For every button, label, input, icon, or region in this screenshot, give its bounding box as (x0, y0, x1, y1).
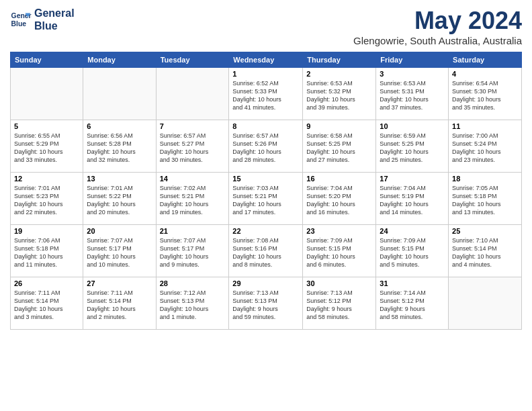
day-number: 29 (232, 279, 299, 287)
day-number: 12 (14, 175, 79, 183)
day-number: 20 (87, 227, 152, 235)
day-info: Sunrise: 7:05 AM (452, 184, 518, 192)
day-info: Daylight: 10 hours (306, 200, 372, 208)
day-number: 1 (232, 70, 299, 78)
table-row: 26Sunrise: 7:11 AMSunset: 5:14 PMDayligh… (11, 277, 83, 330)
day-info: and 35 minutes. (452, 103, 518, 111)
day-info: Daylight: 10 hours (380, 148, 445, 156)
table-row: 3Sunrise: 6:53 AMSunset: 5:31 PMDaylight… (376, 68, 449, 120)
col-sunday: Sunday (11, 52, 83, 68)
table-row: 8Sunrise: 6:57 AMSunset: 5:26 PMDaylight… (229, 120, 303, 173)
day-info: Daylight: 9 hours (306, 305, 372, 313)
day-info: and 3 minutes. (14, 313, 79, 321)
day-info: Sunrise: 6:57 AM (160, 132, 226, 140)
table-row (11, 68, 83, 120)
table-row: 10Sunrise: 6:59 AMSunset: 5:25 PMDayligh… (376, 120, 449, 173)
day-number: 9 (306, 122, 372, 130)
day-info: Sunset: 5:16 PM (232, 244, 299, 253)
col-friday: Friday (376, 52, 449, 68)
day-info: Daylight: 10 hours (87, 200, 152, 208)
day-number: 24 (380, 227, 445, 235)
table-row: 27Sunrise: 7:11 AMSunset: 5:14 PMDayligh… (83, 277, 156, 330)
day-info: and 9 minutes. (160, 261, 226, 269)
day-info: and 10 minutes. (87, 261, 152, 269)
day-info: Daylight: 10 hours (14, 305, 79, 313)
table-row: 16Sunrise: 7:04 AMSunset: 5:20 PMDayligh… (303, 173, 376, 225)
table-row: 6Sunrise: 6:56 AMSunset: 5:28 PMDaylight… (83, 120, 156, 173)
table-row: 11Sunrise: 7:00 AMSunset: 5:24 PMDayligh… (449, 120, 522, 173)
day-info: Sunset: 5:17 PM (160, 244, 226, 253)
day-info: Daylight: 9 hours (380, 305, 445, 313)
day-info: and 13 minutes. (452, 208, 518, 216)
day-info: and 27 minutes. (306, 156, 372, 164)
day-number: 15 (232, 175, 299, 183)
day-info: and 6 minutes. (306, 261, 372, 269)
calendar: Sunday Monday Tuesday Wednesday Thursday… (10, 52, 522, 330)
day-number: 27 (87, 279, 152, 287)
table-row: 31Sunrise: 7:14 AMSunset: 5:12 PMDayligh… (376, 277, 449, 330)
day-info: Daylight: 10 hours (232, 200, 299, 208)
table-row: 7Sunrise: 6:57 AMSunset: 5:27 PMDaylight… (156, 120, 229, 173)
day-info: Daylight: 10 hours (87, 305, 152, 313)
day-info: and 22 minutes. (14, 208, 79, 216)
day-info: Sunset: 5:28 PM (87, 140, 152, 148)
table-row: 13Sunrise: 7:01 AMSunset: 5:22 PMDayligh… (83, 173, 156, 225)
day-info: and 58 minutes. (306, 313, 372, 321)
table-row: 15Sunrise: 7:03 AMSunset: 5:21 PMDayligh… (229, 173, 303, 225)
day-info: Daylight: 10 hours (452, 148, 518, 156)
page: General Blue General Blue May 2024 Gleng… (0, 0, 532, 411)
day-info: Sunset: 5:30 PM (452, 87, 518, 95)
calendar-header-row: Sunday Monday Tuesday Wednesday Thursday… (11, 52, 522, 68)
title-section: May 2024 Glengowrie, South Australia, Au… (353, 7, 522, 46)
day-info: Sunrise: 7:12 AM (160, 289, 226, 297)
day-number: 30 (306, 279, 372, 287)
day-info: Daylight: 10 hours (380, 253, 445, 261)
day-number: 26 (14, 279, 79, 287)
day-info: Daylight: 10 hours (160, 200, 226, 208)
day-info: Sunrise: 7:13 AM (232, 289, 299, 297)
day-info: Sunrise: 7:01 AM (87, 184, 152, 192)
day-info: Daylight: 10 hours (87, 148, 152, 156)
day-info: Sunset: 5:32 PM (306, 87, 372, 95)
day-info: Sunrise: 6:54 AM (452, 79, 518, 87)
day-info: and 4 minutes. (452, 261, 518, 269)
day-info: Sunrise: 7:06 AM (14, 236, 79, 244)
day-info: Daylight: 10 hours (87, 253, 152, 261)
day-info: Sunset: 5:21 PM (160, 192, 226, 200)
day-info: Sunset: 5:18 PM (452, 192, 518, 200)
table-row: 19Sunrise: 7:06 AMSunset: 5:18 PMDayligh… (11, 225, 83, 277)
logo-line1: General (34, 7, 75, 19)
day-number: 8 (232, 122, 299, 130)
day-info: Daylight: 10 hours (452, 95, 518, 103)
logo-icon: General Blue (10, 9, 32, 30)
day-info: Sunrise: 7:07 AM (160, 236, 226, 244)
table-row: 9Sunrise: 6:58 AMSunset: 5:25 PMDaylight… (303, 120, 376, 173)
day-info: Daylight: 10 hours (380, 200, 445, 208)
col-tuesday: Tuesday (156, 52, 229, 68)
day-info: Sunset: 5:12 PM (306, 297, 372, 305)
table-row: 30Sunrise: 7:13 AMSunset: 5:12 PMDayligh… (303, 277, 376, 330)
table-row: 24Sunrise: 7:09 AMSunset: 5:15 PMDayligh… (376, 225, 449, 277)
svg-text:Blue: Blue (11, 20, 27, 28)
day-info: Daylight: 10 hours (160, 305, 226, 313)
table-row: 25Sunrise: 7:10 AMSunset: 5:14 PMDayligh… (449, 225, 522, 277)
day-number: 3 (380, 70, 445, 78)
day-info: and 32 minutes. (87, 156, 152, 164)
subtitle: Glengowrie, South Australia, Australia (353, 35, 522, 46)
col-wednesday: Wednesday (229, 52, 303, 68)
day-info: Sunset: 5:18 PM (14, 244, 79, 253)
day-info: Sunset: 5:25 PM (306, 140, 372, 148)
day-info: Sunset: 5:27 PM (160, 140, 226, 148)
day-info: Sunset: 5:21 PM (232, 192, 299, 200)
day-info: Daylight: 10 hours (306, 148, 372, 156)
day-info: and 5 minutes. (380, 261, 445, 269)
day-number: 23 (306, 227, 372, 235)
day-info: Daylight: 9 hours (232, 305, 299, 313)
day-info: Sunset: 5:24 PM (452, 140, 518, 148)
day-info: Sunset: 5:20 PM (306, 192, 372, 200)
day-info: and 59 minutes. (232, 313, 299, 321)
table-row: 29Sunrise: 7:13 AMSunset: 5:13 PMDayligh… (229, 277, 303, 330)
day-info: Sunrise: 7:10 AM (452, 236, 518, 244)
day-info: Sunrise: 6:52 AM (232, 79, 299, 87)
day-info: Daylight: 10 hours (232, 95, 299, 103)
